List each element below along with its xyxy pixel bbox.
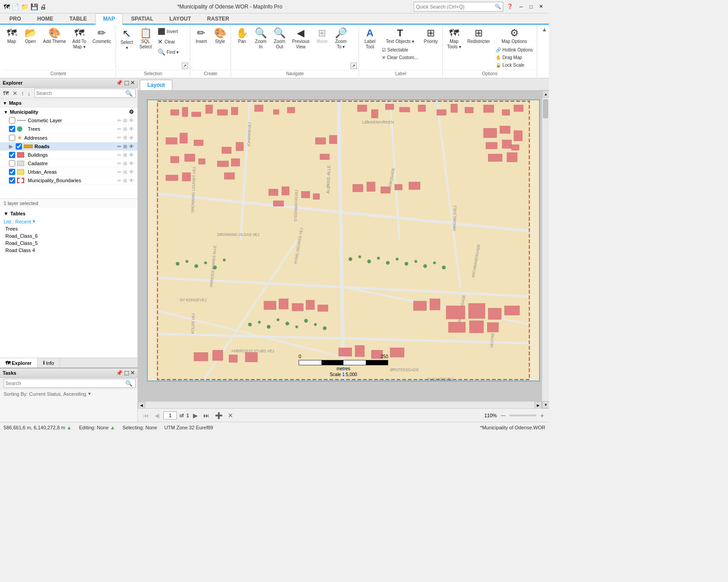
tasks-close-icon[interactable]: ✕ [130, 370, 135, 376]
cadastre-style-icon[interactable]: ⊞ [123, 161, 127, 167]
explorer-search-input[interactable] [36, 90, 124, 96]
selectable-button[interactable]: ☑ Selectable [380, 46, 420, 54]
page-number-input[interactable] [163, 411, 177, 419]
scroll-track[interactable] [542, 98, 549, 401]
tables-expand-arrow[interactable]: ▼ [4, 211, 9, 216]
quick-access-toolbar[interactable]: 📄 📁 💾 🖨 [12, 3, 46, 10]
layer-item[interactable]: Urban_Areas ✏ ⊞ 👁 [0, 168, 137, 176]
trees-edit-icon[interactable]: ✏ [117, 126, 121, 132]
tab-raster[interactable]: RASTER [200, 13, 237, 24]
window-controls[interactable]: ─ □ ✕ [517, 2, 545, 11]
clear-custom-button[interactable]: ✕ Clear Custom... [380, 54, 420, 61]
tab-table[interactable]: TABLE [62, 13, 94, 24]
scroll-h-track[interactable] [145, 402, 535, 408]
next-page-button[interactable]: ▶ [192, 411, 199, 419]
layer-up-icon[interactable]: ↑ [20, 90, 26, 97]
layer-item[interactable]: Cadastre ✏ ⊞ 👁 [0, 159, 137, 168]
add-theme-button[interactable]: 🎨 Add Theme [40, 26, 69, 46]
urban-style-icon[interactable]: ⊞ [123, 169, 127, 175]
last-page-button[interactable]: ⏭ [202, 411, 211, 419]
table-item-road4[interactable]: Road Class 4 [4, 247, 134, 254]
previous-view-button[interactable]: ◀ PreviousView [289, 26, 312, 51]
addresses-edit-icon[interactable]: ✏ [117, 135, 121, 141]
invert-button[interactable]: ⬛ Invert [155, 26, 181, 36]
urban-edit-icon[interactable]: ✏ [117, 169, 121, 175]
cosmetic-edit-icon[interactable]: ✏ [117, 118, 121, 124]
tasks-search-input[interactable] [5, 381, 124, 386]
select-button[interactable]: ↖ Select▾ [118, 26, 136, 52]
tables-list-header[interactable]: List : Recent ▾ [4, 218, 134, 225]
explorer-tab[interactable]: 🗺 Explorer [0, 358, 38, 368]
group-expand-arrow[interactable]: ▼ [4, 110, 8, 115]
cadastre-vis-icon[interactable]: 👁 [129, 161, 134, 166]
layer-item[interactable]: Trees ✏ ⊞ 👁 [0, 125, 137, 133]
zoom-out-button[interactable]: 🔍 ZoomOut [270, 26, 288, 51]
addresses-vis-icon[interactable]: 👁 [129, 135, 134, 141]
priority-button[interactable]: ⊞ Priority [421, 26, 441, 46]
map-tools-button[interactable]: 🗺 MapTools ▾ [445, 26, 464, 51]
tab-map[interactable]: MAP [95, 13, 123, 25]
ribbon-collapse-button[interactable]: ▲ [542, 26, 547, 33]
table-item-road6[interactable]: Road_Class_6 [4, 232, 134, 240]
zoom-out-nav-button[interactable]: ─ [500, 411, 507, 419]
layer-item[interactable]: ★ Addresses ✏ ⊞ 👁 [0, 133, 137, 142]
move-button[interactable]: ⊞ Move [313, 26, 331, 46]
roads-edit-icon[interactable]: ✏ [117, 144, 121, 150]
open-button[interactable]: 📂 Open [21, 26, 39, 46]
cadastre-checkbox[interactable] [9, 160, 15, 167]
cosmetic-style-icon[interactable]: ⊞ [123, 118, 127, 124]
map-options-button[interactable]: ⚙ Map Options [493, 26, 535, 46]
layer-item[interactable]: Buildings ✏ ⊞ 👁 [0, 151, 137, 159]
text-objects-button[interactable]: T Text Objects ▾ [380, 26, 420, 46]
addresses-style-icon[interactable]: ⊞ [123, 135, 127, 141]
zoom-to-button[interactable]: 🔎 ZoomTo ▾ [332, 26, 350, 51]
tasks-sort-dropdown-icon[interactable]: ▾ [88, 391, 91, 397]
tab-layout[interactable]: LAYOUT [162, 13, 198, 24]
scroll-down-button[interactable]: ▼ [542, 401, 549, 408]
boundary-edit-icon[interactable]: ✏ [117, 178, 121, 184]
scroll-up-button[interactable]: ▲ [542, 90, 549, 98]
info-tab[interactable]: ℹ Info [38, 358, 60, 368]
minimize-button[interactable]: ─ [517, 2, 526, 11]
explorer-search[interactable]: 🔍 [34, 89, 136, 98]
layer-item[interactable]: Cosmetic Layer ✏ ⊞ 👁 [0, 116, 137, 125]
roads-style-icon[interactable]: ⊞ [123, 144, 127, 150]
horizontal-scrollbar[interactable]: ◀ ▶ [138, 401, 542, 408]
tasks-float-icon[interactable]: ⬚ [124, 370, 129, 376]
new-layer-icon[interactable]: 🗺 [2, 90, 10, 97]
cosmetic-button[interactable]: ✏ Cosmetic [90, 26, 114, 46]
boundary-style-icon[interactable]: ⊞ [123, 178, 127, 184]
style-button[interactable]: 🎨 Style [211, 26, 229, 46]
buildings-style-icon[interactable]: ⊞ [123, 152, 127, 158]
close-panel-icon[interactable]: ✕ [130, 80, 135, 86]
buildings-vis-icon[interactable]: 👁 [129, 152, 134, 158]
roads-expand-icon[interactable]: ▶ [9, 143, 13, 150]
trees-checkbox[interactable] [9, 126, 15, 132]
table-item-road5[interactable]: Road_Class_5 [4, 240, 134, 247]
urban-vis-icon[interactable]: 👁 [129, 169, 134, 175]
trees-style-icon[interactable]: ⊞ [123, 126, 127, 132]
first-page-button[interactable]: ⏮ [141, 411, 150, 419]
buildings-checkbox[interactable] [9, 152, 15, 158]
scroll-right-button[interactable]: ▶ [535, 402, 542, 408]
layer-down-icon[interactable]: ↓ [26, 90, 32, 97]
quick-search-bar[interactable]: 🔍 [414, 2, 503, 12]
buildings-edit-icon[interactable]: ✏ [117, 152, 121, 158]
roads-checkbox[interactable] [16, 143, 22, 150]
close-button[interactable]: ✕ [536, 2, 545, 11]
group-settings-icon[interactable]: ⚙ [129, 109, 134, 115]
urban-checkbox[interactable] [9, 169, 15, 175]
tables-list-dropdown-icon[interactable]: ▾ [33, 218, 35, 224]
find-button[interactable]: 🔍 Find ▾ [155, 47, 181, 57]
help-icon[interactable]: ❓ [507, 4, 513, 9]
cosmetic-checkbox[interactable] [9, 117, 15, 124]
layer-item[interactable]: ▶ Roads ✏ ⊞ 👁 [0, 142, 137, 151]
quick-search-input[interactable] [416, 4, 495, 9]
drag-map-button[interactable]: ✋ Drag Map [493, 54, 535, 61]
clear-button[interactable]: ✕ Clear [155, 37, 181, 47]
tab-home[interactable]: HOME [30, 13, 61, 24]
tasks-search[interactable]: 🔍 [4, 379, 136, 388]
tab-spatial[interactable]: SPATIAL [124, 13, 161, 24]
lock-scale-button[interactable]: 🔒 Lock Scale [493, 61, 535, 69]
cosmetic-vis-icon[interactable]: 👁 [129, 118, 134, 123]
